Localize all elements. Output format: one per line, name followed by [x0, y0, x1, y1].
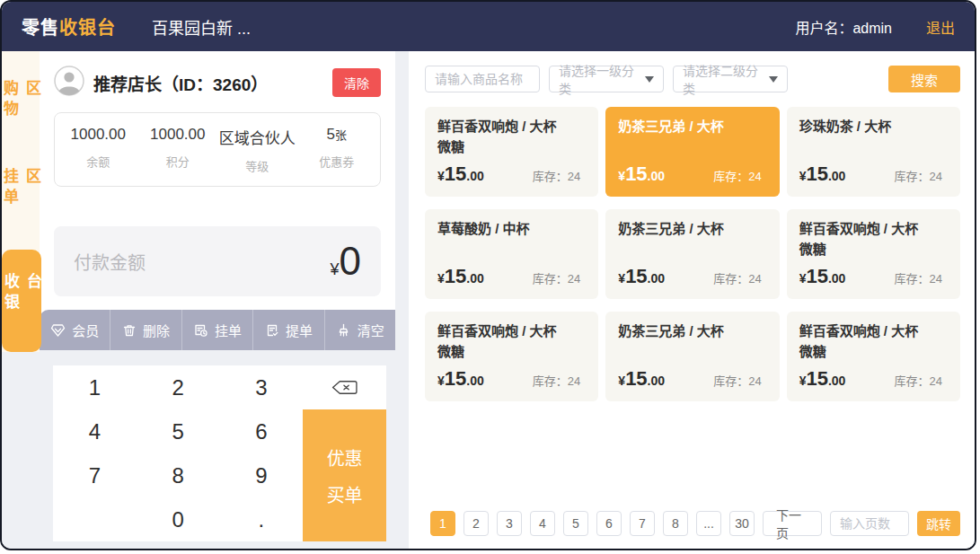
product-card[interactable]: 奶茶三兄弟 / 大杯¥15.00库存：24 [605, 312, 779, 401]
page-button-7[interactable]: 7 [630, 511, 655, 536]
next-page-button[interactable]: 下一页 [763, 511, 822, 536]
product-name-line2: 微糖 [799, 341, 948, 362]
currency-symbol: ¥ [799, 374, 807, 388]
chevron-down-icon [769, 76, 778, 83]
page-button-1[interactable]: 1 [430, 511, 455, 536]
product-name: 鲜百香双响炮 / 大杯 [437, 116, 586, 136]
product-card[interactable]: 珍珠奶茶 / 大杯¥15.00库存：24 [787, 107, 960, 197]
product-card-bottom: ¥15.00库存：24 [799, 163, 948, 186]
sidebar-tab-cashier[interactable]: 收银台 [2, 250, 41, 352]
sidebar-tab-held-orders[interactable]: 挂单区 [0, 168, 43, 224]
product-card[interactable]: 奶茶三兄弟 / 大杯¥15.00库存：24 [605, 107, 779, 197]
page-button-4[interactable]: 4 [530, 511, 555, 536]
product-price: ¥15.00 [618, 265, 665, 288]
stat-coupons-unit: 张 [335, 128, 347, 142]
cashier-panel: 推荐店长（ID：3260） 清除 1000.00 余额 1000.00 积分 区… [40, 51, 395, 549]
product-name: 奶茶三兄弟 / 大杯 [618, 321, 766, 341]
product-card[interactable]: 草莓酸奶 / 中杯¥15.00库存：24 [425, 209, 598, 299]
product-card[interactable]: 鲜百香双响炮 / 大杯微糖¥15.00库存：24 [425, 312, 598, 401]
member-name: 推荐店长（ID：3260） [93, 71, 268, 95]
payment-amount-field[interactable]: 付款金额 ¥ 0 [54, 226, 381, 296]
product-price: ¥15.00 [618, 367, 665, 391]
product-card[interactable]: 鲜百香双响炮 / 大杯微糖¥15.00库存：24 [787, 209, 960, 299]
avatar-icon [54, 66, 84, 100]
payment-placeholder: 付款金额 [74, 249, 146, 275]
key-8[interactable]: 8 [137, 453, 220, 497]
product-panel: 请选择一级分类 请选择二级分类 搜索 鲜百香双响炮 / 大杯微糖¥15.00库存… [409, 51, 975, 549]
product-name: 奶茶三兄弟 / 大杯 [618, 116, 766, 136]
stat-points: 1000.00 积分 [138, 126, 218, 174]
clear-all-icon [336, 323, 351, 338]
trash-icon [122, 323, 137, 338]
delete-button[interactable]: 删除 [110, 310, 181, 350]
currency-symbol: ¥ [618, 271, 625, 286]
currency-symbol: ¥ [437, 374, 445, 388]
product-price: ¥15.00 [799, 265, 846, 288]
page-button-6[interactable]: 6 [596, 511, 622, 536]
page-number-input[interactable] [830, 511, 909, 536]
page-button-5[interactable]: 5 [563, 511, 588, 536]
keypad-section: 1234567890.优惠买单 [40, 350, 395, 549]
product-card[interactable]: 鲜百香双响炮 / 大杯微糖¥15.00库存：24 [787, 312, 960, 401]
action-toolbar: 会员 删除 [40, 310, 395, 350]
member-row: 推荐店长（ID：3260） 清除 [40, 51, 395, 100]
top-bar: 零售收银台 百果园白新 ... 用户名：admin 退出 [2, 2, 975, 51]
username-label: 用户名：admin [795, 16, 892, 38]
stat-coupons-value: 5张 [297, 126, 377, 144]
product-name-input[interactable] [425, 66, 540, 92]
page-button-3[interactable]: 3 [497, 511, 522, 536]
product-card-bottom: ¥15.00库存：24 [618, 367, 766, 391]
product-name-line2: 微糖 [437, 341, 586, 362]
key-2[interactable]: 2 [137, 365, 220, 409]
page-button-2[interactable]: 2 [464, 511, 489, 536]
key-4[interactable]: 4 [53, 409, 137, 453]
member-button[interactable]: 会员 [40, 310, 110, 350]
key-.[interactable]: . [220, 497, 304, 541]
jump-button[interactable]: 跳转 [917, 511, 960, 536]
logout-button[interactable]: 退出 [926, 16, 955, 38]
search-button[interactable]: 搜索 [888, 66, 960, 92]
product-stock: 库存：24 [895, 167, 942, 184]
page-button-30[interactable]: 30 [729, 511, 755, 536]
backspace-key[interactable] [303, 365, 386, 409]
product-card[interactable]: 鲜百香双响炮 / 大杯微糖¥15.00库存：24 [425, 107, 598, 197]
currency-symbol: ¥ [331, 260, 340, 279]
stat-balance-value: 1000.00 [58, 126, 138, 144]
product-card[interactable]: 奶茶三兄弟 / 大杯¥15.00库存：24 [605, 209, 779, 299]
chevron-down-icon [645, 76, 654, 83]
product-stock: 库存：24 [895, 372, 942, 389]
clear-member-button[interactable]: 清除 [332, 68, 381, 97]
category1-select[interactable]: 请选择一级分类 [549, 66, 664, 92]
discount-checkout-button[interactable]: 优惠买单 [303, 409, 386, 541]
sidebar-tab-shopping-area[interactable]: 购物区 [0, 80, 43, 136]
category2-select[interactable]: 请选择二级分类 [673, 66, 788, 92]
store-name: 百果园白新 ... [152, 15, 251, 39]
key-1[interactable]: 1 [53, 365, 137, 409]
key-3[interactable]: 3 [220, 365, 304, 409]
stat-points-label: 积分 [138, 153, 218, 170]
key-9[interactable]: 9 [220, 453, 304, 497]
product-name: 鲜百香双响炮 / 大杯 [799, 321, 948, 341]
hold-order-button[interactable]: 挂单 [181, 310, 252, 350]
product-stock: 库存：24 [533, 372, 580, 389]
page-ellipsis-button[interactable]: ... [696, 511, 721, 536]
key-7[interactable]: 7 [53, 453, 137, 497]
product-name: 珍珠奶茶 / 大杯 [799, 116, 948, 136]
product-stock: 库存：24 [713, 372, 761, 389]
product-name: 鲜百香双响炮 / 大杯 [437, 321, 586, 341]
key-5[interactable]: 5 [137, 409, 220, 453]
vip-icon [50, 323, 66, 338]
product-price: ¥15.00 [437, 163, 484, 186]
category1-placeholder: 请选择一级分类 [559, 61, 645, 97]
clear-all-button[interactable]: 清空 [324, 310, 395, 350]
product-stock: 库存：24 [895, 269, 942, 286]
product-price: ¥15.00 [799, 367, 846, 391]
page-button-8[interactable]: 8 [663, 511, 688, 536]
main-area: 购物区 挂单区 收银台 [2, 51, 975, 549]
currency-symbol: ¥ [618, 169, 625, 183]
retrieve-order-button[interactable]: 提单 [252, 310, 323, 350]
key-6[interactable]: 6 [220, 409, 304, 453]
stat-level-value: 区域合伙人 [217, 126, 297, 148]
product-price: ¥15.00 [799, 163, 846, 186]
key-0[interactable]: 0 [137, 497, 220, 541]
